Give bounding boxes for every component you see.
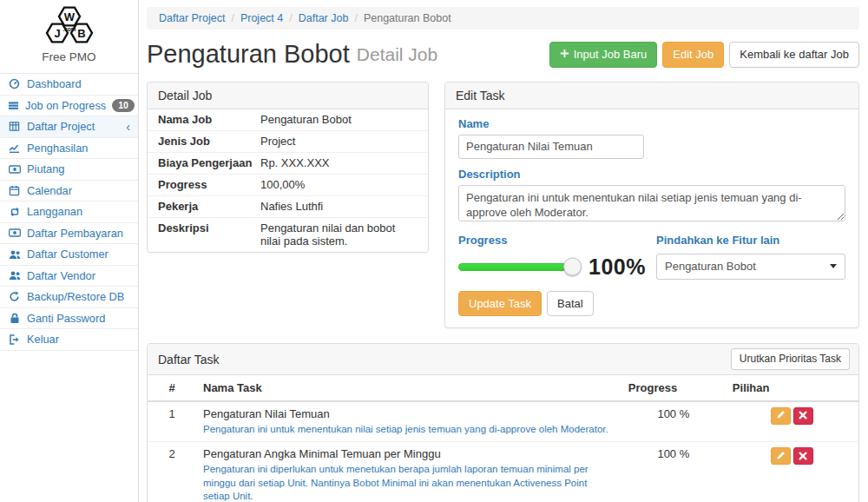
input-job-baru-button[interactable]: Input Job Baru [549,42,658,68]
update-task-button[interactable]: Update Task [458,291,542,317]
progress-slider[interactable] [458,263,573,271]
task-table: # Nama Task Progress Pilihan 1Pengaturan… [148,375,858,502]
move-feature-selected-value: Pengaturan Bobot [665,260,756,273]
sidebar: W J B .com Free PMO DashboardJob on Prog… [0,0,139,502]
sidebar-item-daftar-pembayaran[interactable]: Daftar Pembayaran [0,223,138,245]
sidebar-item-keluar[interactable]: Keluar [0,329,138,351]
plus-icon [560,48,569,62]
sidebar-item-label: Daftar Vendor [27,269,95,282]
detail-value: Rp. XXX.XXX [260,156,329,169]
breadcrumb: Daftar Project/Project 4/Daftar Job/Peng… [147,7,859,30]
detail-job-panel: Detail Job Nama JobPengaturan BobotJenis… [147,82,429,253]
x-icon [799,450,807,463]
dashboard-icon [8,78,21,89]
sign-out-icon [8,334,21,345]
detail-label: Deskripsi [158,221,260,248]
sidebar-item-daftar-project[interactable]: Daftar Project‹ [0,116,138,138]
tasks-icon [8,100,19,111]
breadcrumb-item-project-4[interactable]: Project 4 [240,12,283,24]
pencil-icon [776,450,786,463]
sidebar-item-backup-restore-db[interactable]: Backup/Restore DB [0,287,138,308]
sidebar-item-label: Daftar Project [27,120,95,133]
sidebar-item-job-on-progress[interactable]: Job on Progress10 [0,96,138,117]
users-icon [8,249,21,260]
progress-slider-handle[interactable] [563,258,582,276]
task-actions [726,442,858,502]
task-progress: 100 % [621,442,726,502]
task-table-header-row: # Nama Task Progress Pilihan [148,375,858,401]
refresh-icon [8,291,21,302]
detail-row-nama-job: Nama JobPengaturan Bobot [148,109,428,131]
logo-letter-b: B [77,27,85,40]
detail-value: Pengaturan Bobot [260,113,352,126]
sidebar-item-label: Piutang [27,162,64,175]
breadcrumb-item-daftar-job[interactable]: Daftar Job [299,12,349,24]
detail-label: Nama Job [158,113,260,126]
detail-row-deskripsi: DeskripsiPengaturan nilai dan bobot nila… [148,218,428,252]
sidebar-item-langganan[interactable]: Langganan [0,201,138,223]
task-number: 1 [148,401,196,442]
sidebar-item-penghasilan[interactable]: Penghasilan [0,138,138,160]
detail-row-pekerja: PekerjaNafies Luthfi [148,196,428,218]
sidebar-item-daftar-customer[interactable]: Daftar Customer [0,244,138,266]
kembali-ke-daftar-job-button[interactable]: Kembali ke daftar Job [729,42,859,68]
detail-job-panel-title: Detail Job [148,83,428,109]
app-logo: W J B .com Free PMO [0,0,138,68]
detail-value: Project [260,135,295,148]
task-actions [726,401,858,442]
sidebar-item-label: Daftar Pembayaran [27,227,123,240]
column-header-nama-task: Nama Task [196,375,621,401]
task-description: Pengaturan ini untuk menentukan nilai se… [203,423,615,437]
sidebar-item-label: Job on Progress [25,99,106,112]
table-icon [8,121,21,132]
sort-priority-button[interactable]: Urutkan Prioritas Task [731,348,850,369]
detail-value: 100,00% [260,178,305,191]
name-label: Name [458,117,845,130]
jwb-logo-icon: W J B .com [36,5,103,47]
sidebar-item-ganti-password[interactable]: Ganti Password [0,308,138,330]
task-description: Pengaturan ini diperlukan untuk menetuka… [203,463,615,502]
breadcrumb-separator: / [231,12,233,24]
task-name: Pengaturan Nilai Temuan [203,407,615,420]
move-feature-select[interactable]: Pengaturan Bobot [656,254,845,280]
breadcrumb-item-daftar-project[interactable]: Daftar Project [159,12,225,24]
breadcrumb-separator: / [354,12,357,24]
sidebar-item-piutang[interactable]: Piutang [0,159,138,181]
delete-task-button[interactable] [793,407,813,425]
header-buttons: Input Job Baru Edit Job Kembali ke dafta… [549,42,859,68]
delete-task-button[interactable] [793,447,813,465]
progress-label: Progress [458,234,656,247]
task-name-input[interactable] [458,135,644,159]
detail-label: Pekerja [158,200,260,213]
daftar-task-panel-title: Daftar Task [158,353,220,367]
sidebar-item-daftar-vendor[interactable]: Daftar Vendor [0,266,138,287]
sidebar-item-label: Backup/Restore DB [27,290,124,303]
page-subtitle: Detail Job [357,44,437,65]
detail-value: Nafies Luthfi [260,200,323,213]
detail-label: Biaya Pengerjaan [158,156,260,169]
task-progress: 100 % [621,401,726,442]
task-row: 2Pengaturan Angka Minimal Temuan per Min… [148,442,858,502]
lock-icon [8,313,21,324]
main-content: Daftar Project/Project 4/Daftar Job/Peng… [139,0,868,502]
sidebar-item-label: Penghasilan [27,142,88,155]
logo-letter-w: W [63,10,75,23]
task-name: Pengaturan Angka Minimal Temuan per Ming… [203,447,615,460]
edit-task-button[interactable] [771,447,791,465]
input-job-baru-label: Input Job Baru [574,48,648,62]
task-description-textarea[interactable]: Pengaturan ini untuk menentukan nilai se… [458,185,845,221]
batal-button[interactable]: Batal [547,291,594,317]
column-header-num: # [148,375,196,401]
detail-row-biaya-pengerjaan: Biaya PengerjaanRp. XXX.XXX [148,153,428,175]
line-chart-icon [8,142,21,154]
x-icon [799,409,807,422]
edit-task-panel-title: Edit Task [445,83,858,109]
sidebar-item-label: Keluar [27,333,59,346]
detail-row-jenis-job: Jenis JobProject [148,131,428,153]
page-title: Pengaturan Bobot [147,41,350,69]
sidebar-item-dashboard[interactable]: Dashboard [0,74,138,96]
sidebar-item-calendar[interactable]: Calendar [0,181,138,202]
detail-value: Pengaturan nilai dan bobot nilai pada si… [260,221,418,248]
edit-job-button[interactable]: Edit Job [662,42,724,68]
edit-task-button[interactable] [771,407,791,425]
